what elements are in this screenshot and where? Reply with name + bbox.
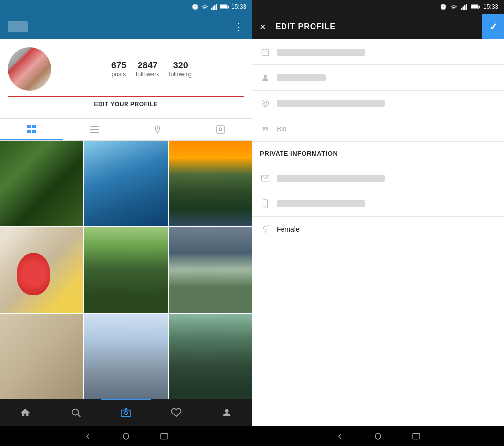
profile-icon bbox=[221, 407, 232, 418]
tab-location[interactable] bbox=[126, 119, 189, 140]
right-panel: 🕐 15:33 × EDIT PROFILE ✓ bbox=[252, 0, 504, 446]
website-field[interactable] bbox=[252, 91, 504, 116]
camera-icon bbox=[121, 408, 131, 418]
svg-rect-23 bbox=[161, 433, 168, 439]
right-back-button[interactable] bbox=[335, 432, 344, 441]
grid-icon bbox=[27, 124, 36, 134]
avatar-image bbox=[8, 47, 51, 91]
right-recents-button[interactable] bbox=[412, 433, 421, 440]
photo-4[interactable] bbox=[0, 227, 83, 312]
photo-2[interactable] bbox=[84, 141, 167, 226]
back-button[interactable] bbox=[83, 432, 92, 441]
photo-3[interactable] bbox=[169, 141, 252, 226]
posts-label: posts bbox=[112, 71, 126, 78]
followers-count: 2847 bbox=[138, 61, 158, 71]
svg-rect-5 bbox=[228, 6, 229, 8]
svg-line-18 bbox=[78, 414, 80, 417]
left-panel: 🕐 15:33 ⋮ bbox=[0, 0, 252, 446]
following-count: 320 bbox=[173, 61, 188, 71]
svg-rect-6 bbox=[220, 5, 227, 8]
posts-count: 675 bbox=[111, 61, 126, 71]
tab-list[interactable] bbox=[63, 119, 126, 140]
heart-icon bbox=[171, 407, 182, 418]
following-label: following bbox=[169, 71, 192, 78]
left-status-bar: 🕐 15:33 bbox=[0, 0, 252, 14]
gender-icon bbox=[260, 224, 271, 235]
svg-rect-13 bbox=[90, 132, 99, 133]
svg-point-40 bbox=[263, 226, 267, 230]
email-value bbox=[277, 175, 385, 182]
avatar bbox=[8, 47, 51, 91]
followers-label: followers bbox=[136, 71, 159, 78]
more-options-button[interactable]: ⋮ bbox=[234, 21, 244, 32]
android-nav-left bbox=[0, 426, 252, 446]
svg-rect-0 bbox=[211, 8, 212, 10]
svg-rect-11 bbox=[90, 126, 99, 127]
svg-rect-31 bbox=[262, 49, 269, 56]
svg-rect-9 bbox=[27, 130, 31, 133]
tabs-bar bbox=[0, 118, 252, 141]
nav-profile[interactable] bbox=[202, 399, 252, 426]
photo-7[interactable] bbox=[0, 314, 83, 399]
svg-rect-44 bbox=[413, 433, 420, 439]
confirm-button[interactable]: ✓ bbox=[482, 14, 504, 39]
posts-stat: 675 posts bbox=[111, 61, 126, 78]
username-field[interactable] bbox=[252, 65, 504, 91]
website-value bbox=[277, 100, 385, 107]
svg-rect-29 bbox=[479, 6, 480, 8]
photo-6[interactable] bbox=[169, 227, 252, 312]
photo-8[interactable] bbox=[84, 314, 167, 399]
edit-profile-button[interactable]: EDIT YOUR PROFILE bbox=[8, 96, 244, 112]
svg-point-35 bbox=[264, 75, 267, 78]
edit-profile-title: EDIT PROFILE bbox=[276, 22, 336, 31]
nav-heart[interactable] bbox=[151, 399, 201, 426]
photo-grid bbox=[0, 141, 252, 399]
svg-rect-7 bbox=[27, 125, 31, 128]
gender-field[interactable]: Female bbox=[252, 217, 504, 242]
nav-home[interactable] bbox=[0, 399, 50, 426]
private-section-header: PRIVATE INFORMATION bbox=[252, 142, 504, 165]
battery-icon-right bbox=[471, 4, 480, 9]
bio-field[interactable]: Bio bbox=[252, 116, 504, 142]
svg-rect-15 bbox=[217, 126, 224, 133]
wifi-icon-right bbox=[450, 4, 458, 10]
photo-1[interactable] bbox=[0, 141, 83, 226]
nav-search[interactable] bbox=[50, 399, 100, 426]
signal-icon bbox=[211, 4, 218, 10]
nav-camera[interactable] bbox=[101, 399, 151, 426]
alarm-icon: 🕐 bbox=[192, 4, 199, 10]
recents-button[interactable] bbox=[160, 433, 169, 440]
svg-point-43 bbox=[375, 433, 381, 439]
time-left: 15:33 bbox=[231, 3, 246, 10]
resize-icon bbox=[494, 244, 500, 250]
close-button[interactable]: × bbox=[260, 21, 266, 32]
name-value bbox=[277, 49, 365, 56]
photo-5[interactable] bbox=[84, 227, 167, 312]
followers-stat: 2847 followers bbox=[136, 61, 159, 78]
tab-tagged[interactable] bbox=[189, 119, 252, 140]
name-field[interactable] bbox=[252, 39, 504, 65]
phone-field[interactable] bbox=[252, 191, 504, 217]
search-icon bbox=[70, 407, 81, 418]
email-field[interactable] bbox=[252, 165, 504, 191]
battery-icon bbox=[220, 4, 229, 9]
left-app-bar: ⋮ bbox=[0, 14, 252, 39]
right-home-button[interactable] bbox=[374, 432, 382, 441]
private-section-title: PRIVATE INFORMATION bbox=[260, 150, 496, 157]
svg-point-14 bbox=[157, 127, 158, 129]
svg-rect-12 bbox=[90, 129, 99, 130]
photo-9[interactable] bbox=[169, 314, 252, 399]
quote-icon bbox=[260, 124, 271, 134]
right-status-bar: 🕐 15:33 bbox=[252, 0, 504, 14]
home-icon bbox=[20, 407, 31, 418]
email-icon bbox=[260, 173, 271, 184]
home-button[interactable] bbox=[122, 432, 130, 441]
svg-point-16 bbox=[219, 128, 222, 131]
edit-app-bar: × EDIT PROFILE ✓ bbox=[252, 14, 504, 39]
calendar-icon bbox=[260, 47, 271, 58]
tab-grid[interactable] bbox=[0, 119, 63, 140]
compass-icon bbox=[260, 98, 271, 109]
profile-section: 675 posts 2847 followers 320 following bbox=[0, 39, 252, 96]
svg-rect-25 bbox=[462, 7, 464, 10]
phone-value bbox=[277, 200, 365, 207]
